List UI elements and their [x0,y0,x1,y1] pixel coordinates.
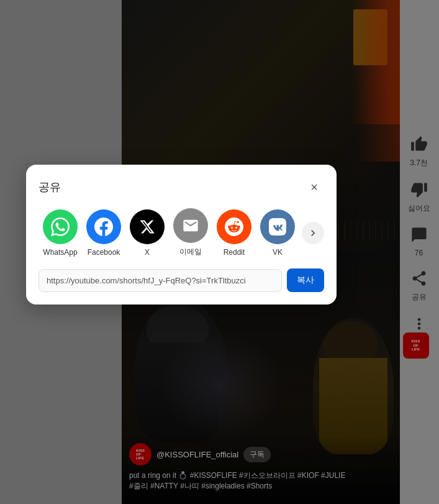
facebook-label: Facebook [88,248,120,257]
url-row: 복사 [38,268,324,292]
whatsapp-label: WhatsApp [43,248,77,257]
copy-button[interactable]: 복사 [287,268,324,292]
more-apps-button[interactable] [302,222,324,244]
whatsapp-icon [43,209,78,244]
share-modal: 공유 × WhatsApp Facebook X [26,165,337,305]
reddit-label: Reddit [224,248,245,257]
close-button[interactable]: × [304,177,324,197]
modal-title: 공유 [38,180,61,195]
share-app-vk[interactable]: VK [256,209,299,257]
x-icon [130,209,165,244]
facebook-icon [86,209,121,244]
x-label: X [145,248,150,257]
url-input[interactable] [38,269,282,292]
modal-header: 공유 × [38,177,324,197]
share-app-facebook[interactable]: Facebook [82,209,125,257]
email-label: 이메일 [179,247,202,257]
vk-icon [260,209,295,244]
share-app-email[interactable]: 이메일 [169,208,212,257]
email-icon [173,208,208,243]
share-app-x[interactable]: X [125,209,169,257]
share-app-reddit[interactable]: Reddit [212,209,256,257]
vk-label: VK [273,248,283,257]
share-apps-row: WhatsApp Facebook X 이메일 [38,208,324,257]
reddit-icon [217,209,251,244]
share-app-whatsapp[interactable]: WhatsApp [38,209,82,257]
